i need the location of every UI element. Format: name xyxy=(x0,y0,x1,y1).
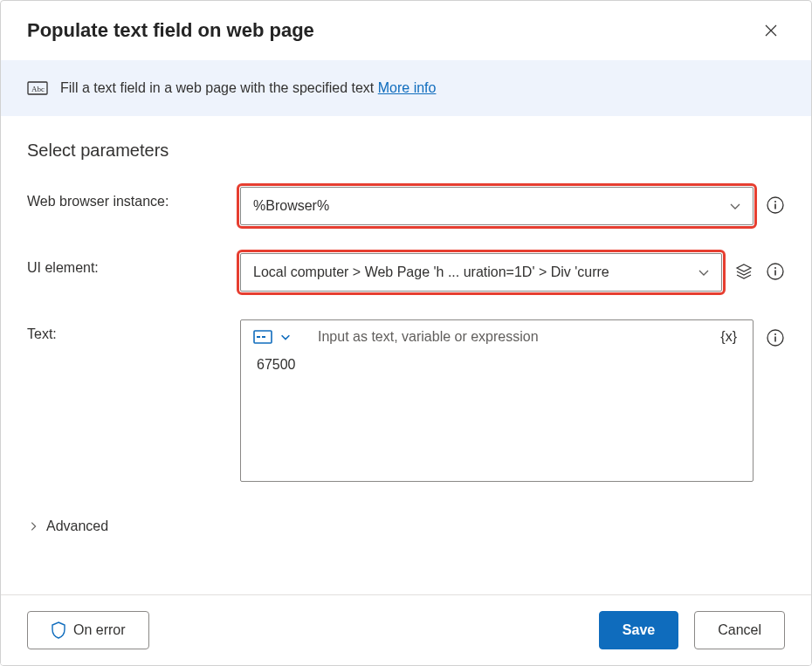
insert-variable-button[interactable]: {x} xyxy=(717,329,740,345)
browser-label: Web browser instance: xyxy=(27,187,240,209)
section-title: Select parameters xyxy=(27,141,785,161)
shield-icon xyxy=(51,621,66,639)
dialog-footer: On error Save Cancel xyxy=(1,594,811,665)
browser-dropdown[interactable]: %Browser% xyxy=(240,187,754,225)
ui-element-label: UI element: xyxy=(27,253,240,276)
advanced-toggle[interactable]: Advanced xyxy=(27,510,785,552)
param-row-browser: Web browser instance: %Browser% xyxy=(27,187,785,225)
ui-element-value: Local computer > Web Page 'h ... uration… xyxy=(253,264,609,280)
svg-rect-9 xyxy=(257,336,260,338)
input-mode-icon xyxy=(253,330,272,344)
on-error-label: On error xyxy=(73,622,126,638)
info-icon xyxy=(767,329,784,347)
layers-icon xyxy=(735,263,753,280)
save-label: Save xyxy=(623,622,655,638)
close-icon xyxy=(764,24,778,38)
text-placeholder: Input as text, variable or expression xyxy=(300,329,708,345)
text-field-icon: Abc xyxy=(27,79,48,97)
info-icon xyxy=(767,196,784,214)
text-info-button[interactable] xyxy=(766,328,785,347)
cancel-label: Cancel xyxy=(718,622,761,638)
svg-point-12 xyxy=(774,333,776,335)
svg-rect-10 xyxy=(262,336,265,338)
cancel-button[interactable]: Cancel xyxy=(694,611,785,649)
save-button[interactable]: Save xyxy=(599,611,678,649)
text-editor-body[interactable]: 67500 xyxy=(241,350,753,481)
text-editor[interactable]: Input as text, variable or expression {x… xyxy=(240,319,754,482)
param-row-ui-element: UI element: Local computer > Web Page 'h… xyxy=(27,253,785,292)
svg-rect-13 xyxy=(774,337,776,342)
svg-rect-4 xyxy=(774,204,776,209)
info-description: Fill a text field in a web page with the… xyxy=(60,80,436,96)
param-row-text: Text: Input as text, variable or express… xyxy=(27,319,785,482)
browser-value: %Browser% xyxy=(253,198,329,214)
info-icon xyxy=(767,263,784,280)
text-mode-selector[interactable] xyxy=(253,330,292,344)
on-error-button[interactable]: On error xyxy=(27,611,149,649)
text-editor-toolbar: Input as text, variable or expression {x… xyxy=(241,320,753,350)
chevron-down-icon xyxy=(697,265,711,279)
dialog-title: Populate text field on web page xyxy=(27,19,314,42)
svg-rect-7 xyxy=(774,271,776,276)
text-label: Text: xyxy=(27,319,240,342)
info-text: Fill a text field in a web page with the… xyxy=(60,80,378,95)
chevron-right-icon xyxy=(27,520,39,532)
svg-point-6 xyxy=(774,267,776,269)
browser-info-button[interactable] xyxy=(766,196,785,215)
ui-element-info-button[interactable] xyxy=(766,262,785,281)
close-button[interactable] xyxy=(757,17,785,45)
ui-element-picker-button[interactable] xyxy=(734,262,754,281)
chevron-down-icon xyxy=(728,199,742,213)
info-strip: Abc Fill a text field in a web page with… xyxy=(1,60,811,116)
ui-element-dropdown[interactable]: Local computer > Web Page 'h ... uration… xyxy=(240,253,722,292)
more-info-link[interactable]: More info xyxy=(378,80,437,95)
svg-text:Abc: Abc xyxy=(31,85,45,93)
svg-point-3 xyxy=(774,201,776,203)
advanced-label: Advanced xyxy=(46,518,108,534)
chevron-down-icon xyxy=(279,331,292,343)
